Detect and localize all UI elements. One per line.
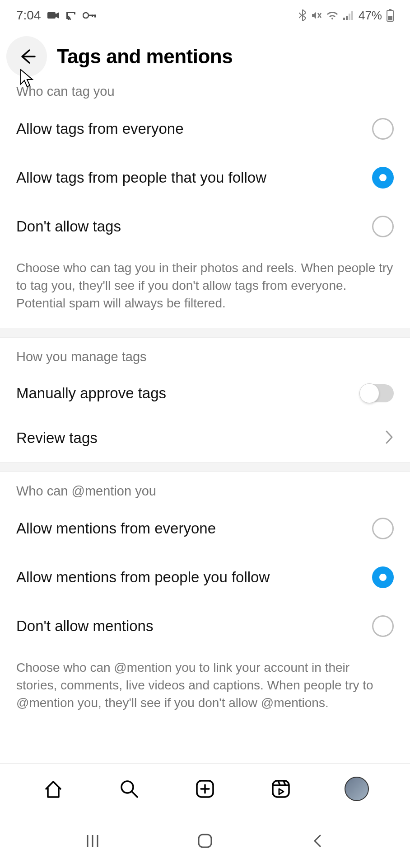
svg-rect-9 (349, 14, 350, 20)
battery-percent: 47% (359, 9, 382, 23)
radio-unchecked-icon (372, 118, 394, 140)
option-label: Don't allow tags (16, 218, 121, 235)
toggle-off-icon[interactable] (360, 384, 394, 402)
mention-option-following[interactable]: Allow mentions from people you follow (0, 553, 410, 602)
section-divider (0, 462, 410, 472)
svg-rect-13 (388, 16, 392, 20)
svg-rect-3 (94, 15, 96, 18)
nav-profile-button[interactable] (343, 775, 370, 802)
nav-search-button[interactable] (116, 775, 143, 802)
system-recents-button[interactable] (79, 827, 106, 854)
wifi-icon (326, 10, 339, 20)
svg-rect-10 (351, 11, 353, 20)
chevron-right-icon (385, 429, 394, 447)
tag-option-everyone[interactable]: Allow tags from everyone (0, 104, 410, 153)
option-label: Don't allow mentions (16, 618, 153, 635)
nav-home-button[interactable] (40, 775, 67, 802)
section-label-tags: Who can tag you (0, 82, 410, 104)
arrow-left-icon (17, 47, 37, 66)
status-time: 7:04 (16, 8, 41, 23)
nav-reels-button[interactable] (267, 775, 294, 802)
reels-icon (270, 778, 292, 800)
radio-checked-icon (372, 566, 394, 588)
search-icon (118, 778, 140, 800)
svg-rect-26 (199, 835, 211, 847)
status-right: 47% (299, 9, 394, 23)
system-nav (0, 814, 410, 868)
option-label: Allow tags from everyone (16, 120, 184, 137)
option-label: Allow mentions from everyone (16, 520, 216, 537)
option-label: Allow mentions from people you follow (16, 569, 270, 586)
header: Tags and mentions (0, 27, 410, 82)
option-label: Allow tags from people that you follow (16, 169, 266, 186)
vpn-key-icon (83, 12, 96, 19)
chevron-left-icon (312, 833, 323, 849)
nav-label: Review tags (16, 429, 98, 447)
system-home-button[interactable] (191, 827, 219, 854)
review-tags-row[interactable]: Review tags (0, 417, 410, 462)
help-text-mentions: Choose who can @mention you to link your… (0, 651, 410, 727)
svg-rect-4 (92, 15, 93, 17)
toggle-label: Manually approve tags (16, 385, 166, 402)
svg-rect-0 (47, 12, 56, 19)
radio-unchecked-icon (372, 615, 394, 637)
page-title: Tags and mentions (57, 45, 233, 68)
radio-checked-icon (372, 167, 394, 189)
app-bottom-nav (0, 763, 410, 814)
svg-rect-7 (343, 18, 345, 20)
section-label-manage: How you manage tags (0, 338, 410, 370)
section-label-mentions: Who can @mention you (0, 472, 410, 504)
plus-square-icon (194, 778, 216, 800)
mention-option-everyone[interactable]: Allow mentions from everyone (0, 504, 410, 553)
svg-line-15 (132, 792, 137, 797)
nav-create-button[interactable] (191, 775, 219, 802)
mute-icon (311, 10, 321, 21)
recents-icon (85, 833, 100, 849)
svg-rect-19 (273, 781, 289, 797)
home-icon (42, 778, 64, 800)
manually-approve-row[interactable]: Manually approve tags (0, 370, 410, 417)
system-back-button[interactable] (304, 827, 331, 854)
radio-unchecked-icon (372, 518, 394, 539)
back-button[interactable] (6, 36, 47, 77)
svg-rect-8 (346, 16, 348, 20)
radio-unchecked-icon (372, 216, 394, 237)
camera-icon (47, 11, 59, 19)
svg-point-1 (83, 13, 89, 18)
help-text-tags: Choose who can tag you in their photos a… (0, 251, 410, 328)
tag-option-none[interactable]: Don't allow tags (0, 202, 410, 251)
battery-icon (387, 9, 394, 22)
section-divider (0, 328, 410, 338)
cast-icon (65, 11, 76, 20)
home-outline-icon (197, 833, 213, 849)
tag-option-following[interactable]: Allow tags from people that you follow (0, 153, 410, 202)
status-left: 7:04 (16, 8, 96, 23)
signal-icon (343, 11, 354, 20)
bluetooth-icon (299, 9, 306, 21)
mention-option-none[interactable]: Don't allow mentions (0, 602, 410, 651)
status-bar: 7:04 47% (0, 0, 410, 27)
avatar-icon (345, 777, 369, 801)
